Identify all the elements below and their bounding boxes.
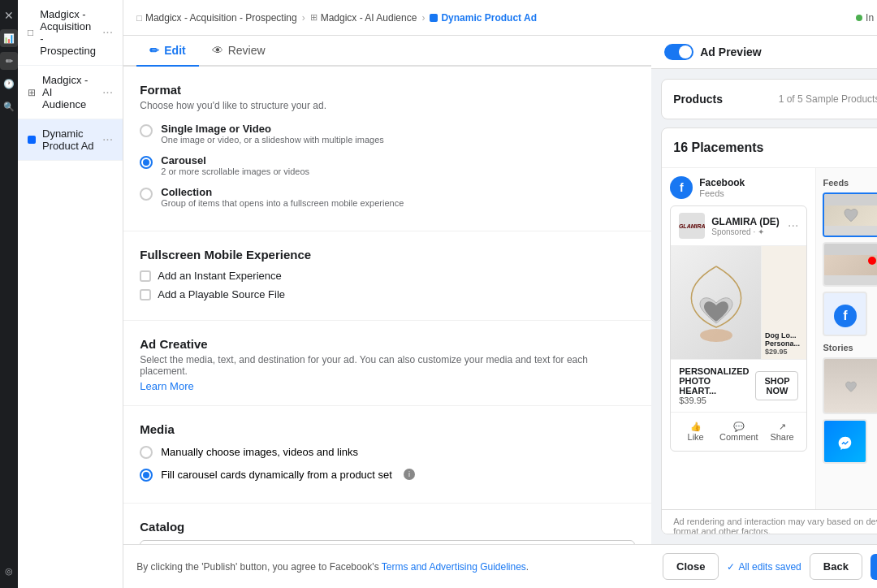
- chart-icon[interactable]: 📊: [0, 29, 18, 47]
- format-carousel-text: Carousel 2 or more scrollable images or …: [161, 154, 309, 176]
- sidebar-icon-rail: ✕ 📊 ✏ 🕐 🔍 ◎: [0, 0, 18, 588]
- draft-dot: [856, 15, 862, 21]
- checkmark-icon: ✓: [727, 561, 735, 573]
- stories-thumb-row-1: [823, 357, 877, 414]
- instant-exp-option[interactable]: Add an Instant Experience: [140, 270, 635, 282]
- content-area: ✏ Edit 👁 Review Format Choose how you'd …: [123, 36, 877, 544]
- saved-label: All edits saved: [738, 561, 801, 573]
- terms-link[interactable]: Terms and Advertising Guidelines: [382, 561, 526, 573]
- media-manual-radio[interactable]: [140, 446, 153, 459]
- ad-more-icon[interactable]: ···: [788, 218, 798, 233]
- learn-more-link[interactable]: Learn More: [140, 380, 193, 392]
- feeds-thumb-1[interactable]: [823, 192, 877, 237]
- close-icon[interactable]: ✕: [0, 6, 18, 24]
- campaign-more-icon[interactable]: ···: [102, 25, 113, 40]
- feeds-thumb-facebook[interactable]: f: [823, 292, 867, 336]
- media-manual-option[interactable]: Manually choose images, videos and links: [140, 444, 635, 459]
- media-title: Media: [140, 422, 635, 436]
- red-dot-badge: [868, 257, 876, 265]
- ad-card-header: GLAMIRA GLAMIRA (DE) Sponsored · ✦ ···: [671, 206, 806, 245]
- instant-exp-label: Add an Instant Experience: [158, 270, 282, 282]
- breadcrumb-bar: □ Madgicx - Acquisition - Prospecting › …: [123, 0, 877, 36]
- instant-exp-checkbox[interactable]: [140, 270, 151, 282]
- catalog-select[interactable]: Aphrodite's Catalog - 02 July 2020: [140, 540, 635, 544]
- products-count: 1 of 5 Sample Products: [779, 93, 877, 105]
- fullscreen-section: Fullscreen Mobile Experience Add an Inst…: [123, 231, 651, 321]
- campaign-icon: □: [28, 27, 33, 38]
- facebook-logo: f: [670, 176, 693, 199]
- sidebar-item-campaign[interactable]: □ Madgicx - Acquisition - Prospecting ··…: [18, 0, 123, 66]
- format-option-single[interactable]: Single Image or Video One image or video…: [140, 123, 635, 145]
- comment-button[interactable]: 💬 Comment: [715, 417, 763, 446]
- like-button[interactable]: 👍 Like: [679, 417, 712, 446]
- format-collection-label: Collection: [161, 186, 404, 198]
- adset-bc-icon: ⊞: [310, 12, 318, 23]
- back-button[interactable]: Back: [810, 553, 862, 580]
- adset-more-icon[interactable]: ···: [102, 85, 113, 100]
- circle-icon[interactable]: ◎: [0, 562, 18, 580]
- fb-preview: f Facebook Feeds GLAMIRA: [662, 168, 816, 509]
- breadcrumb-adset[interactable]: ⊞ Madgicx - AI Audience: [310, 12, 417, 24]
- edit-icon[interactable]: ✏: [0, 52, 18, 70]
- tab-review-label: Review: [228, 44, 266, 57]
- breadcrumb-ad[interactable]: Dynamic Product Ad: [430, 12, 537, 24]
- ad-creative-section: Ad Creative Select the media, text, and …: [123, 321, 651, 406]
- playable-checkbox[interactable]: [140, 289, 151, 300]
- tab-edit[interactable]: ✏ Edit: [136, 36, 198, 67]
- format-single-text: Single Image or Video One image or video…: [161, 123, 384, 145]
- edit-pencil-icon: ✏: [149, 44, 159, 57]
- ad-product-text: PERSONALIZED PHOTO HEART... $39.95: [679, 366, 749, 405]
- svg-point-1: [700, 329, 732, 342]
- playable-option[interactable]: Add a Playable Source File: [140, 288, 635, 300]
- media-dynamic-radio[interactable]: [140, 469, 153, 482]
- draft-status-label: In Draft: [866, 12, 877, 24]
- ad-side-image: Dog Lo...Persona... $29.95: [761, 246, 806, 359]
- stories-thumb-1[interactable]: [823, 357, 877, 414]
- stories-thumb-3[interactable]: [823, 419, 867, 464]
- breadcrumb-campaign[interactable]: □ Madgicx - Acquisition - Prospecting: [136, 12, 296, 24]
- ad-brand-logo: GLAMIRA: [679, 213, 705, 239]
- breadcrumb-sep-1: ›: [302, 12, 305, 24]
- shop-now-button[interactable]: SHOP NOW: [755, 371, 798, 400]
- sidebar-item-adset[interactable]: ⊞ Madgicx - AI Audience ···: [18, 66, 123, 119]
- format-carousel-radio[interactable]: [140, 156, 153, 169]
- catalog-title: Catalog: [140, 520, 635, 534]
- format-single-label: Single Image or Video: [161, 123, 384, 135]
- breadcrumb-campaign-label: Madgicx - Acquisition - Prospecting: [145, 12, 297, 24]
- media-section: Media Manually choose images, videos and…: [123, 406, 651, 504]
- format-option-carousel[interactable]: Carousel 2 or more scrollable images or …: [140, 154, 635, 176]
- media-manual-label: Manually choose images, videos and links: [161, 446, 358, 458]
- saved-text: ✓ All edits saved: [727, 561, 801, 573]
- campaign-label: Madgicx - Acquisition - Prospecting: [40, 8, 96, 57]
- bottom-bar: By clicking the 'Publish' button, you ag…: [123, 544, 877, 588]
- media-dynamic-option[interactable]: Fill carousel cards dynamically from a p…: [140, 467, 635, 482]
- close-button[interactable]: Close: [663, 553, 719, 580]
- clock-icon[interactable]: 🕐: [0, 75, 18, 93]
- top-bar-right: In Draft M ···: [856, 7, 877, 28]
- placements-thumbs: Feeds: [816, 168, 877, 509]
- ad-images-row: Dog Lo...Persona... $29.95: [671, 245, 806, 359]
- format-single-radio[interactable]: [140, 124, 153, 137]
- sidebar-item-ad[interactable]: Dynamic Product Ad ···: [18, 119, 123, 161]
- ad-more-icon[interactable]: ···: [102, 132, 113, 147]
- search-icon[interactable]: 🔍: [0, 97, 18, 115]
- share-button[interactable]: ↗ Share: [766, 417, 799, 446]
- ad-product-price: $39.95: [679, 396, 749, 405]
- tab-review[interactable]: 👁 Review: [199, 36, 279, 67]
- placements-container: 16 Placements ⤢ ▾ f Facebook: [661, 128, 877, 534]
- format-carousel-label: Carousel: [161, 154, 309, 166]
- format-title: Format: [140, 83, 635, 97]
- preview-footer: Ad rendering and interaction may vary ba…: [662, 509, 877, 534]
- format-collection-radio[interactable]: [140, 188, 153, 201]
- jewelry-svg: [680, 258, 753, 348]
- feeds-thumb-3[interactable]: [823, 242, 877, 287]
- publish-button[interactable]: Publish: [871, 554, 877, 580]
- ad-preview-toggle[interactable]: [664, 44, 693, 60]
- format-option-collection[interactable]: Collection Group of items that opens int…: [140, 186, 635, 208]
- ad-card: GLAMIRA GLAMIRA (DE) Sponsored · ✦ ···: [670, 205, 807, 452]
- format-section: Format Choose how you'd like to structur…: [123, 67, 651, 231]
- feeds-thumb-row-3: f: [823, 292, 877, 336]
- ad-sponsored: Sponsored · ✦: [711, 227, 781, 236]
- format-collection-text: Collection Group of items that opens int…: [161, 186, 404, 208]
- format-single-desc: One image or video, or a slideshow with …: [161, 135, 384, 145]
